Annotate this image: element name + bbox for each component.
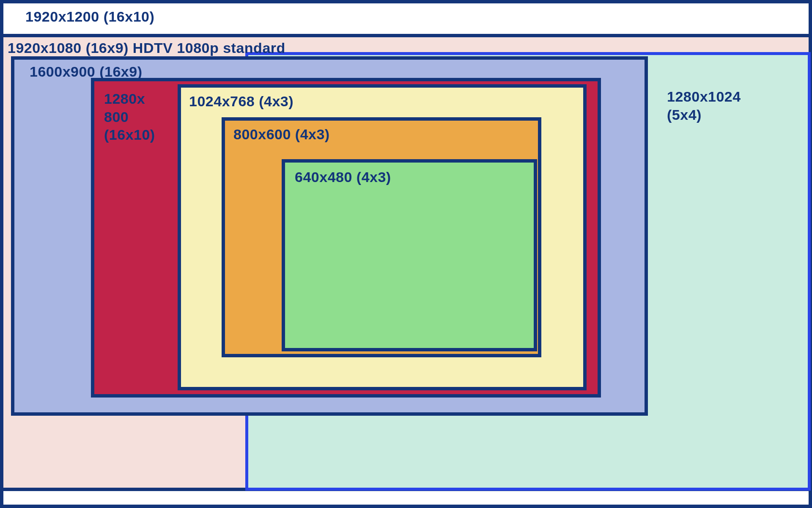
box-640x480 xyxy=(282,159,537,351)
resolution-diagram: 812x508 (16x10) 1920x1080 (16x9) HDTV … xyxy=(0,0,812,508)
label-1280x800: 1280x 800 (16x10) xyxy=(104,90,155,144)
label-800x600: 800x600 (4x3) xyxy=(233,125,330,144)
label-1920x1080: 1920x1080 (16x9) HDTV 1080p standard xyxy=(8,39,285,57)
label-640x480: 640x480 (4x3) xyxy=(295,168,391,186)
label-1600x900: 1600x900 (16x9) xyxy=(30,63,143,81)
label-1024x768: 1024x768 (4x3) xyxy=(189,92,294,110)
label-812x508: 812x508 (16x10) xyxy=(25,8,154,26)
label-1280x1024: 1280x1024 (5x4) xyxy=(667,88,741,124)
